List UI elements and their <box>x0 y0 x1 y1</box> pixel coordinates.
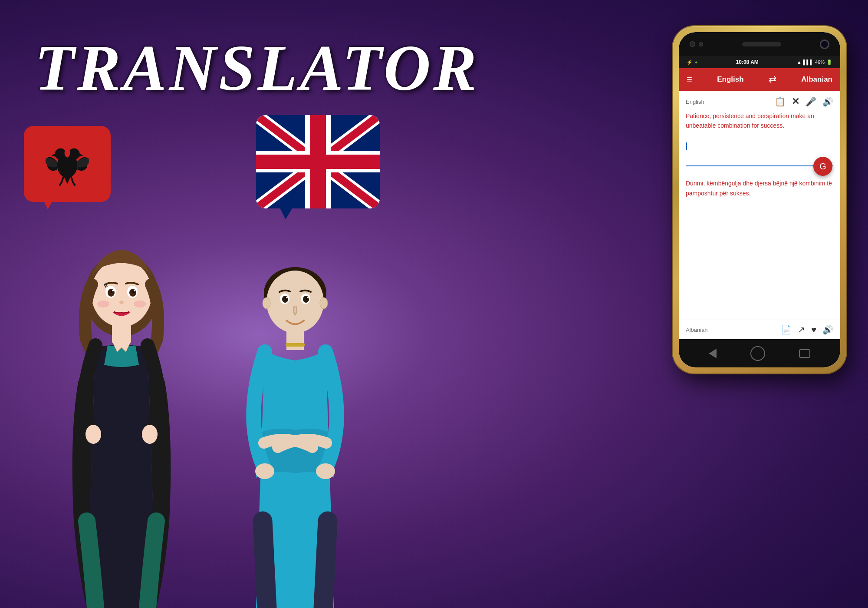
swap-languages-icon[interactable]: ⇄ <box>769 74 776 85</box>
divider-line <box>686 165 833 166</box>
svg-rect-42 <box>286 343 305 347</box>
svg-point-23 <box>134 290 135 291</box>
svg-point-43 <box>255 463 274 479</box>
svg-point-38 <box>307 297 309 298</box>
input-text[interactable]: Patience, persistence and perspiration m… <box>686 112 833 142</box>
signal-icon: ▌▌▌ <box>803 59 813 65</box>
usb-icon: ⚡ <box>687 59 693 65</box>
input-language-label: English <box>686 99 704 105</box>
phone-screen: ⚡ ● 10:08 AM ▲ ▌▌▌ 46% 🔋 ≡ English ⇄ Alb… <box>679 32 840 367</box>
output-text: Durimi, këmbëngulja dhe djersa bëjnë një… <box>686 178 833 198</box>
wifi-icon: ▲ <box>797 59 802 65</box>
characters-area <box>43 152 373 608</box>
divider-area: G <box>679 156 840 166</box>
text-cursor <box>686 142 687 150</box>
phone-dot-right <box>699 42 703 46</box>
svg-rect-41 <box>286 329 304 350</box>
input-section: English 📋 ✕ 🎤 🔊 Patience, persistence an… <box>679 91 840 156</box>
copy-icon[interactable]: 📄 <box>781 324 792 335</box>
phone-speaker <box>742 42 781 46</box>
male-character <box>230 226 360 608</box>
clear-icon[interactable]: ✕ <box>792 96 799 107</box>
svg-point-37 <box>286 297 288 298</box>
menu-icon[interactable]: ≡ <box>687 74 692 85</box>
app-bar[interactable]: ≡ English ⇄ Albanian <box>679 68 840 91</box>
svg-rect-15 <box>112 321 131 343</box>
favorite-icon[interactable]: ♥ <box>811 325 816 335</box>
mic-icon[interactable]: 🎤 <box>806 96 816 107</box>
home-button[interactable] <box>750 346 765 361</box>
android-icon: ● <box>695 59 698 65</box>
battery-icon: 🔋 <box>826 59 832 65</box>
svg-point-24 <box>119 301 124 304</box>
target-language-label[interactable]: Albanian <box>801 75 832 84</box>
app-title: TRANSLATOR <box>35 30 479 105</box>
listen-input-icon[interactable]: 🔊 <box>822 96 833 107</box>
svg-point-28 <box>142 425 158 444</box>
phone-outer: ⚡ ● 10:08 AM ▲ ▌▌▌ 46% 🔋 ≡ English ⇄ Alb… <box>673 26 846 373</box>
female-character <box>52 217 191 608</box>
source-language-label[interactable]: English <box>717 75 743 84</box>
svg-point-44 <box>316 463 335 479</box>
svg-point-27 <box>85 425 101 444</box>
phone-camera <box>820 40 829 49</box>
svg-point-39 <box>263 297 270 309</box>
back-button[interactable] <box>709 349 717 358</box>
status-time: 10:08 AM <box>736 59 759 65</box>
svg-point-25 <box>97 301 109 307</box>
listen-output-icon[interactable]: 🔊 <box>822 324 833 335</box>
phone-hardware-top <box>679 32 840 56</box>
status-bar: ⚡ ● 10:08 AM ▲ ▌▌▌ 46% 🔋 <box>679 56 840 68</box>
phone-container: ⚡ ● 10:08 AM ▲ ▌▌▌ 46% 🔋 ≡ English ⇄ Alb… <box>673 26 846 373</box>
phone-dot-left <box>690 41 695 47</box>
svg-point-26 <box>134 301 146 307</box>
output-language-label: Albanian <box>686 327 708 333</box>
translate-button[interactable]: G <box>813 157 832 176</box>
output-section: Durimi, këmbëngulja dhe djersa bëjnë një… <box>679 166 840 320</box>
phone-nav-bar <box>679 339 840 367</box>
svg-point-40 <box>320 297 328 309</box>
output-footer: Albanian 📄 ↗ ♥ 🔊 <box>679 320 840 339</box>
battery-percent: 46% <box>815 59 825 65</box>
clipboard-icon[interactable]: 📋 <box>775 96 786 107</box>
share-icon[interactable]: ↗ <box>798 324 805 335</box>
svg-point-22 <box>112 290 114 291</box>
recent-button[interactable] <box>799 349 810 358</box>
svg-point-14 <box>91 259 152 327</box>
